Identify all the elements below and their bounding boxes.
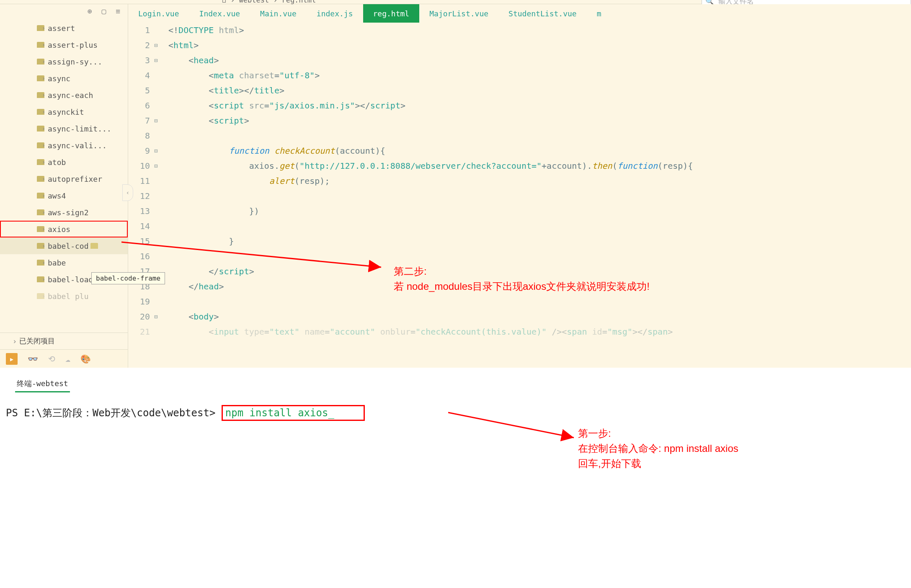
tree-item-babel-plugin[interactable]: ›babel plu xyxy=(0,288,128,304)
tab-reg-html[interactable]: reg.html xyxy=(363,4,420,23)
sidebar-footer: ▸ 👓 ⟲ ☁ 🎨 xyxy=(0,349,128,368)
sync-icon[interactable]: ⟲ xyxy=(48,354,55,364)
annotation-step2: 第二步: 若 node_modules目录下出现axios文件夹就说明安装成功! xyxy=(394,264,650,294)
tree-item-async-validator[interactable]: ›async-vali... xyxy=(0,137,128,154)
sidebar-collapse-button[interactable]: ‹ xyxy=(122,184,133,201)
tree-item-babel-core[interactable]: ›babe xyxy=(0,254,128,271)
tree-item-async[interactable]: ›async xyxy=(0,70,128,87)
menu-icon[interactable]: ≡ xyxy=(116,7,123,15)
sidebar-header-icons: ⊕ ▢ ≡ xyxy=(0,4,128,18)
binoculars-icon[interactable]: 👓 xyxy=(28,354,38,364)
tree-item-asynckit[interactable]: ›asynckit xyxy=(0,103,128,120)
breadcrumb-file[interactable]: reg.html xyxy=(281,0,316,4)
tree-item-autoprefixer[interactable]: ›autoprefixer xyxy=(0,170,128,187)
code-content[interactable]: <!DOCTYPE html> <html> <head> <meta char… xyxy=(164,23,911,368)
closed-projects[interactable]: 已关闭项目 xyxy=(0,333,128,349)
tree-item-babel-code-frame[interactable]: ›babel-cod xyxy=(0,237,128,254)
file-tree[interactable]: ›assert ›assert-plus ›assign-sy... ›asyn… xyxy=(0,18,128,333)
fold-gutter[interactable]: ⊟⊟⊟⊟⊟⊟ xyxy=(154,23,164,368)
target-icon[interactable]: ⊕ xyxy=(88,7,95,15)
tab-index-js[interactable]: index.js xyxy=(307,4,363,23)
tooltip: babel-code-frame xyxy=(91,272,165,284)
tree-item-assign-symbols[interactable]: ›assign-sy... xyxy=(0,53,128,70)
home-icon[interactable]: ⌂ xyxy=(222,0,226,4)
tree-item-aws4[interactable]: ›aws4 xyxy=(0,187,128,204)
cloud-icon[interactable]: ☁ xyxy=(65,354,70,364)
palette-icon[interactable]: 🎨 xyxy=(80,354,91,364)
tree-item-async-each[interactable]: ›async-each xyxy=(0,87,128,103)
tab-login[interactable]: Login.vue xyxy=(128,4,189,23)
tab-main[interactable]: Main.vue xyxy=(250,4,307,23)
tab-index-vue[interactable]: Index.vue xyxy=(189,4,250,23)
tree-item-aws-sign2[interactable]: ›aws-sign2 xyxy=(0,204,128,221)
tree-item-assert-plus[interactable]: ›assert-plus xyxy=(0,36,128,53)
top-toolbar: ⌂ › webtest › reg.html 🔍 输入文件名 xyxy=(0,0,911,4)
editor-tabs: Login.vue Index.vue Main.vue index.js re… xyxy=(128,4,911,23)
tree-item-axios[interactable]: ›axios xyxy=(0,221,128,237)
code-editor[interactable]: 123456789101112131415161718192021 ⊟⊟⊟⊟⊟⊟… xyxy=(128,23,911,368)
breadcrumb-project[interactable]: webtest xyxy=(239,0,269,4)
sidebar: ⊕ ▢ ≡ ›assert ›assert-plus ›assign-sy...… xyxy=(0,4,128,368)
tab-more[interactable]: m xyxy=(587,4,612,23)
breadcrumb: ⌂ › webtest › reg.html xyxy=(222,0,316,4)
tab-studentlist[interactable]: StudentList.vue xyxy=(498,4,587,23)
collapse-icon[interactable]: ▢ xyxy=(101,7,108,15)
folder-view-icon[interactable]: ▸ xyxy=(6,353,18,365)
tree-item-atob[interactable]: ›atob xyxy=(0,154,128,170)
tab-majorlist[interactable]: MajorList.vue xyxy=(419,4,498,23)
tree-item-assert[interactable]: ›assert xyxy=(0,20,128,36)
tree-item-async-limiter[interactable]: ›async-limit... xyxy=(0,120,128,137)
